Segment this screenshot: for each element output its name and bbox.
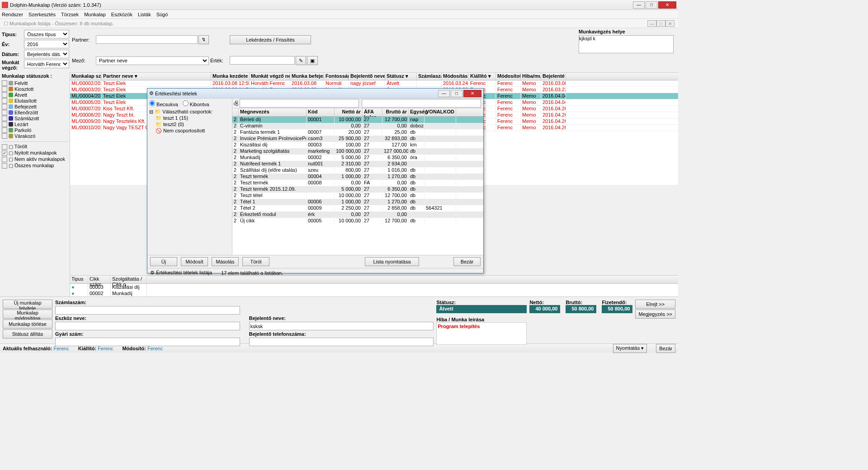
action-button[interactable]: Munkalap törlése — [3, 320, 52, 329]
megjegyzes-button[interactable]: Megjegyzés >> — [635, 310, 675, 319]
label-bejelento-tel: Bejelentő telefonszáma: — [249, 331, 434, 337]
status-extra-item[interactable]: ▢ Nem aktív munkalapok — [2, 156, 68, 162]
select-tipus[interactable]: Összes típus — [24, 30, 69, 38]
items-grid-header[interactable]: MegnevezésKódNettó árÁFA kulcsBruttó árE… — [232, 108, 483, 117]
tree-root[interactable]: ⊟ 📁 Választható csoportok: — [149, 109, 230, 115]
tree-node-2[interactable]: 📁 teszt2 (0) — [156, 121, 230, 127]
status-item[interactable]: Átvett — [2, 92, 68, 98]
input-bejelento-nev[interactable] — [249, 322, 434, 330]
menu-munkalap[interactable]: Munkalap — [84, 12, 106, 17]
work-location-text[interactable]: kjksjd k — [579, 35, 674, 53]
item-row[interactable]: 2Érkeztető modulérk0,00270,00 — [232, 212, 483, 218]
tree-node-3[interactable]: 🚫 Nem csoportosított — [156, 127, 230, 134]
items-grid-body[interactable]: 2Bérleti díj0000110 000,002712 700,00nap… — [232, 117, 483, 255]
item-row[interactable]: 2Nutrifeed termék 1nut0012 310,00272 934… — [232, 161, 483, 167]
menu-sugo[interactable]: Súgó — [156, 12, 168, 17]
refresh-button[interactable]: Lekérdezés / Frissítés — [230, 35, 311, 44]
grid-row[interactable]: ML/00002/2016Teszt Elek2016.03.08 12:55:… — [70, 80, 678, 87]
items-search-input[interactable] — [240, 99, 359, 108]
status-item[interactable]: Ellenőrzött — [2, 110, 68, 115]
input-partner[interactable] — [96, 35, 198, 44]
select-munkat[interactable]: Horváth Ferenc — [24, 60, 69, 68]
item-row[interactable]: 2Új cikk0000510 000,002712 700,00db — [232, 218, 483, 224]
items-dialog: ⚙ Értékesítési tételek — □ ✕ Becsukva Ki… — [147, 88, 484, 273]
item-row[interactable]: 2C-vinamin0,00270,00doboz — [232, 123, 483, 129]
nyomtatas-button[interactable]: Nyomtatás ▾ — [613, 344, 647, 353]
dlg-modosit[interactable]: Módosít — [181, 257, 208, 266]
status-item[interactable]: Várakozó — [2, 133, 68, 139]
status-extra-item[interactable]: ▢ Törölt — [2, 144, 68, 150]
item-row[interactable]: 2Szállítási díj (előre utalás)szeu800,00… — [232, 167, 483, 174]
mdi-close[interactable]: ✕ — [665, 20, 675, 27]
action-button[interactable]: Státusz állítás — [3, 329, 52, 338]
dlg-close[interactable]: ✕ — [463, 90, 481, 97]
item-row[interactable]: 2Kiszállási díj00003100,0027127,00km — [232, 142, 483, 148]
fizetendo-value: 50 800,00 — [602, 305, 632, 313]
items-search-aux[interactable] — [362, 99, 481, 108]
menu-rendszer[interactable]: Rendszer — [2, 12, 23, 17]
item-row[interactable]: 2Tétel 2000092 250,00272 858,00db564321 — [232, 205, 483, 212]
item-row[interactable]: 2Fantázia termék 10000720,002725,00db — [232, 129, 483, 136]
dlg-lista[interactable]: Lista nyomtatása — [365, 257, 419, 266]
item-row[interactable]: 2Munkadíj000025 000,00276 350,00óra — [232, 155, 483, 161]
status-item[interactable]: Kiosztott — [2, 86, 68, 92]
menu-szerkesztes[interactable]: Szerkesztés — [28, 12, 56, 17]
status-item[interactable]: Parkoló — [2, 127, 68, 133]
sub-grid-body[interactable]: ●00003Kiszállási díj●00002Munkadíj — [70, 284, 678, 296]
item-row[interactable]: 2Teszt termék000041 000,00271 270,00db — [232, 174, 483, 180]
grid-header[interactable]: Munkalap szám ▾Partner neve ▾Munka kezde… — [70, 72, 678, 80]
status-item[interactable]: Lezárt — [2, 122, 68, 127]
input-bejelento-tel[interactable] — [249, 338, 434, 346]
status-item[interactable]: Elutasított — [2, 98, 68, 103]
action-button[interactable]: Új munkalap felvitele — [3, 300, 52, 309]
dlg-minimize[interactable]: — — [438, 90, 450, 97]
input-ertek[interactable] — [230, 56, 295, 65]
sb-kiallito-l: Kiállító: — [78, 346, 96, 351]
dlg-torol[interactable]: Töröl — [242, 257, 269, 266]
bezar-button[interactable]: Bezár — [656, 344, 675, 353]
status-item[interactable]: Számlázott — [2, 116, 68, 121]
subheader: ▢ Munkalapok listája - Összesen: 8 db mu… — [0, 19, 678, 28]
status-panel: Munkalap státuszok : FelvittKiosztottÁtv… — [0, 72, 70, 296]
item-row[interactable]: 2Teszt tétel10 000,002712 700,00db — [232, 193, 483, 199]
mdi-restore[interactable]: □ — [656, 20, 665, 27]
action-button[interactable]: Munkalap módosítása — [3, 310, 52, 319]
item-row[interactable]: 2Marketing szolgáltatásmarketing100 000,… — [232, 148, 483, 155]
sub-row[interactable]: ●00002Munkadíj — [70, 290, 678, 296]
input-gyari[interactable] — [55, 338, 240, 346]
status-item[interactable]: Felvitt — [2, 80, 68, 86]
item-row[interactable]: 2Teszt termék 2015.12.09.5 000,00276 350… — [232, 186, 483, 193]
select-ev[interactable]: 2016 — [24, 40, 69, 48]
dialog-title: Értékesítési tételek — [155, 91, 197, 96]
ertek-btn2[interactable]: ▣ — [307, 56, 318, 65]
dlg-masolas[interactable]: Másolás — [212, 257, 239, 266]
status-extra-item[interactable]: ▢ Összes munkalap — [2, 163, 68, 169]
dlg-maximize[interactable]: □ — [451, 90, 462, 97]
partner-clear-button[interactable]: ↯ — [198, 35, 209, 44]
maximize-button[interactable]: □ — [646, 1, 657, 9]
ertek-btn1[interactable]: ✎ — [296, 56, 306, 65]
item-row[interactable]: 2Teszt termék000080,00FA0,00db — [232, 180, 483, 186]
sub-row[interactable]: ●00003Kiszállási díj — [70, 284, 678, 290]
menu-eszkozok[interactable]: Eszközök — [111, 12, 132, 17]
elrejt-button[interactable]: Elrejt >> — [635, 300, 675, 309]
item-row[interactable]: 2Tétel 1000061 000,00271 270,00db — [232, 199, 483, 205]
minimize-button[interactable]: — — [633, 1, 645, 9]
radio-kibontva[interactable]: Kibontva — [183, 100, 209, 107]
input-szamlaszam[interactable] — [55, 306, 240, 315]
menu-torzsek[interactable]: Törzsek — [61, 12, 79, 17]
dlg-bezar[interactable]: Bezár — [453, 257, 481, 266]
tree-node-1[interactable]: 📁 teszt 1 (15) — [156, 115, 230, 121]
select-datum[interactable]: Bejelentés dátuma — [24, 50, 69, 58]
dlg-uj[interactable]: Új — [150, 257, 177, 266]
item-row[interactable]: 2Invoice Prémium ProInvoicePro LIGHT szá… — [232, 136, 483, 142]
item-row[interactable]: 2Bérleti díj0000110 000,002712 700,00nap — [232, 117, 483, 123]
select-mezo[interactable]: Partner neve — [96, 56, 209, 65]
menu-listak[interactable]: Listák — [138, 12, 151, 17]
close-button[interactable]: ✕ — [658, 1, 676, 9]
mdi-minimize[interactable]: — — [647, 20, 656, 27]
radio-becsukva[interactable]: Becsukva — [149, 100, 178, 107]
status-item[interactable]: Befejezett — [2, 104, 68, 109]
input-eszkoz[interactable] — [55, 322, 240, 330]
status-extra-item[interactable]: ▢ Nyitott munkalapok — [2, 150, 68, 156]
